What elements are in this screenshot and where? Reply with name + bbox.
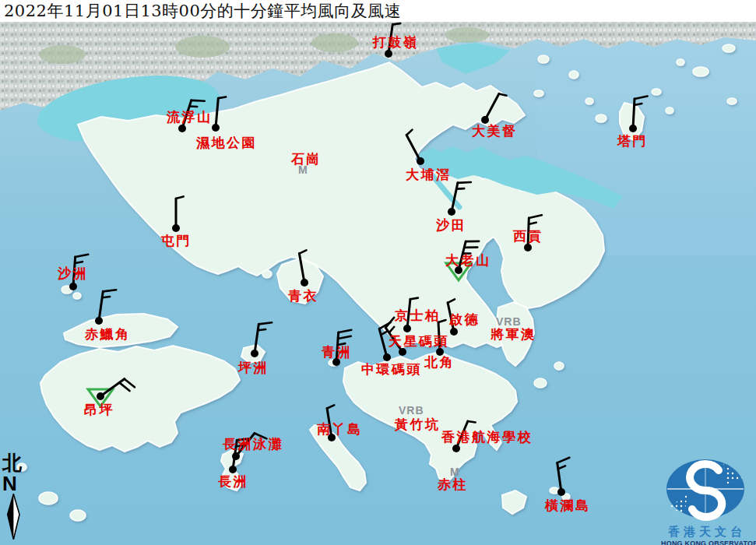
wind-barb: [69, 255, 88, 290]
station-dot: [403, 325, 411, 332]
map-title: 2022年11月01日13時00分的十分鐘平均風向及風速: [4, 0, 401, 22]
wind-barb: [95, 290, 116, 325]
hko-logo-chinese: 香港天文台: [661, 525, 753, 540]
wind-barb: [212, 97, 226, 132]
wind-barb: [385, 23, 400, 58]
station-dot: [455, 266, 462, 274]
wind-barb: [629, 97, 648, 132]
station-dot: [172, 224, 180, 232]
station-dot: [301, 279, 308, 287]
wind-barb: [452, 421, 476, 452]
wind-map-screen: 打鼓嶺流浮山濕地公園M石崗大美督塔門大埔滘沙田屯門西貢沙洲大老山青衣京士柏啟德V…: [0, 0, 756, 545]
wind-barb: [406, 130, 424, 165]
wind-barb: [251, 322, 272, 357]
compass-label-english: N: [2, 473, 30, 494]
station-dot: [97, 392, 104, 400]
station-dot: [229, 466, 237, 473]
wind-barb: [403, 298, 418, 332]
station-dot: [452, 445, 460, 452]
hko-logo-english: HONG KONG OBSERVATORY: [661, 540, 753, 545]
wind-barb-overlay: [0, 0, 756, 545]
station-dot: [383, 353, 391, 361]
title-bar: 2022年11月01日13時00分的十分鐘平均風向及風速: [0, 0, 756, 22]
wind-barb: [481, 93, 507, 124]
station-dot: [212, 124, 220, 132]
wind-barb: [178, 100, 205, 132]
hko-logo-icon: [661, 458, 753, 522]
wind-barb: [332, 330, 351, 366]
hko-logo: 香港天文台 HONG KONG OBSERVATORY: [661, 458, 753, 545]
wind-barb: [557, 458, 570, 496]
station-dot: [332, 358, 340, 366]
wind-barb: [448, 182, 471, 216]
wind-barb: [524, 215, 542, 251]
station-dot: [436, 348, 444, 356]
wind-barb: [436, 320, 446, 356]
station-dot: [178, 125, 186, 132]
station-dot: [417, 157, 424, 165]
compass-label-chinese: 北: [2, 453, 30, 473]
wind-barb: [299, 250, 308, 287]
station-dot: [524, 244, 532, 251]
station-dot: [385, 50, 392, 58]
compass-north-indicator: 北 N: [2, 453, 30, 543]
wind-barb: [327, 405, 336, 441]
north-arrow-icon: [2, 494, 26, 540]
station-dot: [251, 350, 258, 357]
station-dot: [399, 348, 406, 356]
station-dot: [629, 125, 637, 132]
wind-barb: [172, 196, 184, 232]
station-dot: [69, 283, 77, 290]
station-dot: [95, 317, 103, 325]
station-dot: [557, 488, 565, 496]
station-dot: [328, 434, 336, 441]
station-dot: [481, 116, 489, 124]
station-dot: [450, 328, 458, 336]
station-dot: [448, 208, 455, 216]
wind-barb: [448, 299, 458, 336]
